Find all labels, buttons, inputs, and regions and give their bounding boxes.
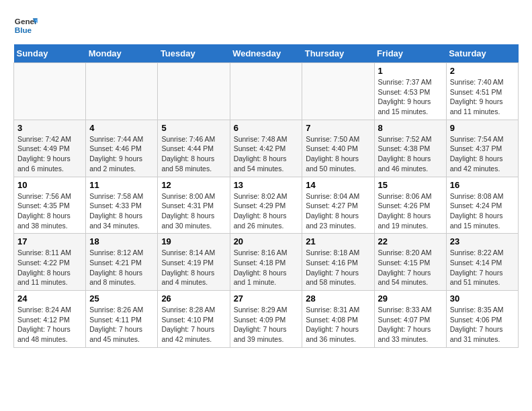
day-number: 15 bbox=[378, 180, 443, 190]
day-detail: Sunrise: 8:35 AM Sunset: 4:06 PM Dayligh… bbox=[450, 305, 515, 345]
day-cell: 29Sunrise: 8:33 AM Sunset: 4:07 PM Dayli… bbox=[374, 291, 446, 348]
day-cell: 6Sunrise: 7:48 AM Sunset: 4:42 PM Daylig… bbox=[230, 120, 302, 177]
day-number: 12 bbox=[161, 180, 226, 190]
svg-text:Blue: Blue bbox=[15, 26, 32, 34]
day-cell: 14Sunrise: 8:04 AM Sunset: 4:27 PM Dayli… bbox=[302, 177, 374, 234]
day-detail: Sunrise: 8:06 AM Sunset: 4:26 PM Dayligh… bbox=[378, 191, 443, 231]
day-cell: 4Sunrise: 7:44 AM Sunset: 4:46 PM Daylig… bbox=[86, 120, 158, 177]
day-detail: Sunrise: 8:04 AM Sunset: 4:27 PM Dayligh… bbox=[306, 191, 370, 231]
day-cell: 2Sunrise: 7:40 AM Sunset: 4:51 PM Daylig… bbox=[446, 63, 518, 120]
col-header-saturday: Saturday bbox=[446, 44, 518, 63]
day-cell: 20Sunrise: 8:16 AM Sunset: 4:18 PM Dayli… bbox=[230, 234, 302, 291]
day-number: 14 bbox=[306, 180, 370, 190]
day-cell: 27Sunrise: 8:29 AM Sunset: 4:09 PM Dayli… bbox=[230, 291, 302, 348]
day-cell: 19Sunrise: 8:14 AM Sunset: 4:19 PM Dayli… bbox=[158, 234, 230, 291]
day-number: 4 bbox=[89, 123, 154, 133]
day-detail: Sunrise: 7:48 AM Sunset: 4:42 PM Dayligh… bbox=[234, 134, 299, 174]
day-cell: 16Sunrise: 8:08 AM Sunset: 4:24 PM Dayli… bbox=[446, 177, 518, 234]
week-row-3: 10Sunrise: 7:56 AM Sunset: 4:35 PM Dayli… bbox=[14, 177, 519, 234]
day-number: 27 bbox=[234, 293, 299, 304]
day-number: 25 bbox=[89, 293, 154, 304]
day-number: 10 bbox=[17, 180, 82, 190]
page-header: General Blue bbox=[13, 13, 519, 38]
day-number: 16 bbox=[450, 180, 515, 190]
day-cell: 12Sunrise: 8:00 AM Sunset: 4:31 PM Dayli… bbox=[158, 177, 230, 234]
day-number: 9 bbox=[450, 123, 515, 133]
week-row-1: 1Sunrise: 7:37 AM Sunset: 4:53 PM Daylig… bbox=[14, 63, 519, 120]
day-detail: Sunrise: 8:11 AM Sunset: 4:22 PM Dayligh… bbox=[17, 248, 82, 287]
day-detail: Sunrise: 8:26 AM Sunset: 4:11 PM Dayligh… bbox=[89, 305, 154, 345]
day-cell: 26Sunrise: 8:28 AM Sunset: 4:10 PM Dayli… bbox=[158, 291, 230, 348]
day-number: 6 bbox=[234, 123, 299, 133]
day-detail: Sunrise: 8:28 AM Sunset: 4:10 PM Dayligh… bbox=[161, 305, 226, 345]
col-header-tuesday: Tuesday bbox=[158, 44, 230, 63]
day-number: 5 bbox=[161, 123, 226, 133]
day-detail: Sunrise: 8:31 AM Sunset: 4:08 PM Dayligh… bbox=[306, 305, 370, 345]
day-cell: 25Sunrise: 8:26 AM Sunset: 4:11 PM Dayli… bbox=[86, 291, 158, 348]
day-cell bbox=[86, 63, 158, 120]
day-number: 28 bbox=[306, 293, 370, 304]
day-cell: 5Sunrise: 7:46 AM Sunset: 4:44 PM Daylig… bbox=[158, 120, 230, 177]
day-number: 21 bbox=[306, 236, 370, 246]
calendar-table: SundayMondayTuesdayWednesdayThursdayFrid… bbox=[13, 44, 519, 348]
day-cell: 17Sunrise: 8:11 AM Sunset: 4:22 PM Dayli… bbox=[14, 234, 86, 291]
day-cell: 10Sunrise: 7:56 AM Sunset: 4:35 PM Dayli… bbox=[14, 177, 86, 234]
day-number: 2 bbox=[450, 66, 515, 76]
col-header-sunday: Sunday bbox=[14, 44, 86, 63]
day-detail: Sunrise: 7:50 AM Sunset: 4:40 PM Dayligh… bbox=[306, 134, 370, 174]
day-cell: 8Sunrise: 7:52 AM Sunset: 4:38 PM Daylig… bbox=[374, 120, 446, 177]
day-cell: 24Sunrise: 8:24 AM Sunset: 4:12 PM Dayli… bbox=[14, 291, 86, 348]
day-number: 24 bbox=[17, 293, 82, 304]
day-number: 19 bbox=[161, 236, 226, 246]
day-detail: Sunrise: 8:24 AM Sunset: 4:12 PM Dayligh… bbox=[17, 305, 82, 345]
week-row-5: 24Sunrise: 8:24 AM Sunset: 4:12 PM Dayli… bbox=[14, 291, 519, 348]
day-cell bbox=[302, 63, 374, 120]
day-number: 26 bbox=[161, 293, 226, 304]
week-row-4: 17Sunrise: 8:11 AM Sunset: 4:22 PM Dayli… bbox=[14, 234, 519, 291]
day-detail: Sunrise: 7:42 AM Sunset: 4:49 PM Dayligh… bbox=[17, 134, 82, 174]
day-number: 7 bbox=[306, 123, 370, 133]
day-detail: Sunrise: 7:46 AM Sunset: 4:44 PM Dayligh… bbox=[161, 134, 226, 174]
day-cell: 1Sunrise: 7:37 AM Sunset: 4:53 PM Daylig… bbox=[374, 63, 446, 120]
day-cell: 3Sunrise: 7:42 AM Sunset: 4:49 PM Daylig… bbox=[14, 120, 86, 177]
day-detail: Sunrise: 7:58 AM Sunset: 4:33 PM Dayligh… bbox=[89, 191, 154, 231]
day-number: 17 bbox=[17, 236, 82, 246]
day-detail: Sunrise: 8:22 AM Sunset: 4:14 PM Dayligh… bbox=[450, 248, 515, 287]
day-cell bbox=[158, 63, 230, 120]
col-header-friday: Friday bbox=[374, 44, 446, 63]
day-cell: 13Sunrise: 8:02 AM Sunset: 4:29 PM Dayli… bbox=[230, 177, 302, 234]
day-cell: 22Sunrise: 8:20 AM Sunset: 4:15 PM Dayli… bbox=[374, 234, 446, 291]
col-header-thursday: Thursday bbox=[302, 44, 374, 63]
day-number: 29 bbox=[378, 293, 443, 304]
day-detail: Sunrise: 8:00 AM Sunset: 4:31 PM Dayligh… bbox=[161, 191, 226, 231]
day-number: 20 bbox=[234, 236, 299, 246]
day-detail: Sunrise: 8:12 AM Sunset: 4:21 PM Dayligh… bbox=[89, 248, 154, 287]
day-cell: 28Sunrise: 8:31 AM Sunset: 4:08 PM Dayli… bbox=[302, 291, 374, 348]
col-header-monday: Monday bbox=[86, 44, 158, 63]
day-number: 1 bbox=[378, 66, 443, 76]
day-detail: Sunrise: 8:08 AM Sunset: 4:24 PM Dayligh… bbox=[450, 191, 515, 231]
day-cell: 18Sunrise: 8:12 AM Sunset: 4:21 PM Dayli… bbox=[86, 234, 158, 291]
day-cell: 21Sunrise: 8:18 AM Sunset: 4:16 PM Dayli… bbox=[302, 234, 374, 291]
day-cell: 9Sunrise: 7:54 AM Sunset: 4:37 PM Daylig… bbox=[446, 120, 518, 177]
day-detail: Sunrise: 7:56 AM Sunset: 4:35 PM Dayligh… bbox=[17, 191, 82, 231]
week-row-2: 3Sunrise: 7:42 AM Sunset: 4:49 PM Daylig… bbox=[14, 120, 519, 177]
day-number: 11 bbox=[89, 180, 154, 190]
day-number: 30 bbox=[450, 293, 515, 304]
day-detail: Sunrise: 8:29 AM Sunset: 4:09 PM Dayligh… bbox=[234, 305, 299, 345]
day-cell: 23Sunrise: 8:22 AM Sunset: 4:14 PM Dayli… bbox=[446, 234, 518, 291]
day-detail: Sunrise: 7:52 AM Sunset: 4:38 PM Dayligh… bbox=[378, 134, 443, 174]
day-cell bbox=[14, 63, 86, 120]
day-detail: Sunrise: 7:44 AM Sunset: 4:46 PM Dayligh… bbox=[89, 134, 154, 174]
day-number: 23 bbox=[450, 236, 515, 246]
day-detail: Sunrise: 8:33 AM Sunset: 4:07 PM Dayligh… bbox=[378, 305, 443, 345]
day-detail: Sunrise: 8:16 AM Sunset: 4:18 PM Dayligh… bbox=[234, 248, 299, 287]
col-header-wednesday: Wednesday bbox=[230, 44, 302, 63]
day-detail: Sunrise: 7:54 AM Sunset: 4:37 PM Dayligh… bbox=[450, 134, 515, 174]
day-cell: 11Sunrise: 7:58 AM Sunset: 4:33 PM Dayli… bbox=[86, 177, 158, 234]
day-cell: 15Sunrise: 8:06 AM Sunset: 4:26 PM Dayli… bbox=[374, 177, 446, 234]
logo-icon: General Blue bbox=[13, 13, 38, 38]
day-detail: Sunrise: 7:37 AM Sunset: 4:53 PM Dayligh… bbox=[378, 77, 443, 117]
day-detail: Sunrise: 8:18 AM Sunset: 4:16 PM Dayligh… bbox=[306, 248, 370, 287]
day-number: 8 bbox=[378, 123, 443, 133]
